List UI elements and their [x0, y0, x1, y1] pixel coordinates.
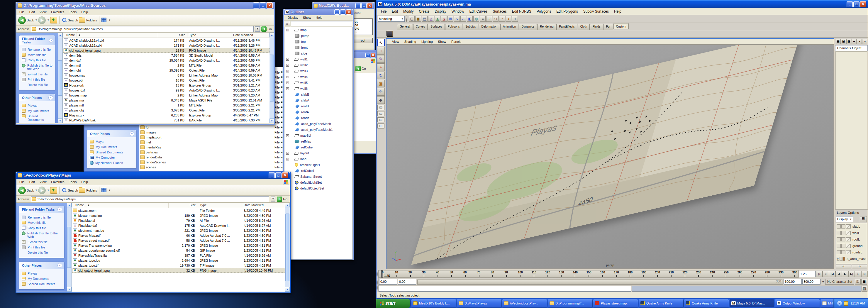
collapse-chevron-icon[interactable]: « — [58, 207, 62, 212]
tray-collapse-icon[interactable]: ‹ — [837, 301, 842, 306]
file-new-icon[interactable]: ▢ — [409, 16, 415, 22]
window-outliner[interactable]: M Outliner _ □ ✕ DisplayShowHelp ▸▸ map … — [283, 9, 354, 260]
panel-menu-item[interactable]: Shading — [402, 39, 419, 44]
table-row[interactable]: Playas Map.pdf 66 KB Adobe Acrobat 7.0 .… — [72, 233, 285, 238]
menu-item[interactable]: Create — [416, 8, 432, 14]
other-places-link[interactable]: Playas — [22, 271, 63, 276]
shelf-tab[interactable]: Fur — [603, 24, 613, 30]
folder-row[interactable]: scenes File Folder — [139, 164, 288, 170]
move-tool[interactable]: + — [377, 63, 385, 71]
playback-end-field[interactable] — [783, 279, 802, 284]
table-row[interactable]: playas-googlemap-zoom3.gif 54 KB GIF Ima… — [72, 248, 285, 253]
start-button[interactable]: start — [376, 299, 410, 308]
outliner-item[interactable]: land — [284, 156, 352, 162]
table-row[interactable]: ACAD-siteblock16x4.dxf 174 KB AutoCAD Dr… — [63, 38, 270, 43]
filter-input[interactable] — [290, 21, 352, 26]
snap-grid-icon[interactable]: ⊞ — [447, 16, 453, 22]
outliner-item[interactable]: acad_polyFaceMesh — [284, 121, 352, 127]
channel-layout-icon-b[interactable]: ☱ — [841, 39, 846, 44]
other-places-link[interactable]: My Documents — [22, 276, 63, 281]
menu-item[interactable]: View — [37, 9, 49, 15]
select-component-icon[interactable]: ◮ — [441, 16, 447, 22]
animation-end-field[interactable] — [802, 279, 820, 284]
clipped-dialog-button[interactable]: ool — [353, 38, 373, 43]
layout-split-pane-button[interactable] — [377, 117, 384, 122]
taskbar-task-button[interactable]: \\Vector\docs\Play... — [502, 300, 547, 307]
layer-color-swatch[interactable] — [846, 231, 851, 235]
column-header-name[interactable]: Name ▲ — [63, 33, 158, 37]
task-pane-scrollbar[interactable]: ▲ ▼ — [58, 33, 62, 123]
other-places-link[interactable]: Playas — [22, 103, 54, 108]
column-header-size[interactable]: Size — [158, 33, 187, 37]
layer-color-swatch[interactable] — [846, 244, 851, 248]
table-row[interactable]: ACAD-siteblock16x.dxf 171 KB AutoCAD Dra… — [63, 43, 270, 48]
folders-icon[interactable] — [79, 18, 85, 23]
snap-point-icon[interactable]: ∴ — [460, 16, 466, 22]
table-row[interactable]: dem.3ds 7,584 KB 3D Studio Model 4/14/20… — [63, 53, 270, 58]
lasso-select-tool[interactable]: ◌ — [377, 47, 385, 55]
layer-visibility-toggle[interactable]: V — [837, 257, 839, 261]
layer-color-swatch[interactable] — [842, 257, 845, 261]
outliner-item[interactable]: wall1 — [284, 56, 352, 62]
table-row[interactable]: PLAYAS-DEM.bak 751 KB BAK File 4/13/2005… — [63, 118, 270, 123]
search-icon[interactable] — [62, 188, 67, 193]
views-button[interactable] — [101, 188, 107, 193]
maximize-button[interactable]: □ — [260, 2, 266, 8]
outliner-item[interactable]: top — [284, 39, 352, 44]
column-header-type[interactable]: Type — [198, 203, 242, 208]
forward-dropdown-icon[interactable]: ▼ — [47, 189, 49, 191]
close-button[interactable]: ✕ — [282, 172, 288, 178]
go-button[interactable]: ➔Go — [261, 26, 273, 32]
folder-row[interactable]: mentalRay File Folder — [139, 145, 288, 150]
new-layer-icon[interactable]: ▦ — [860, 216, 867, 222]
layer-row[interactable]: wallL — [836, 230, 867, 236]
filter-icon[interactable]: ▸▸ — [285, 21, 290, 26]
file-task-link[interactable]: Print this file — [22, 245, 63, 250]
select-object-icon[interactable]: ◭ — [435, 16, 440, 22]
shelf-tab[interactable]: Rendering — [537, 24, 556, 30]
rotate-tool[interactable]: ↻ — [377, 71, 385, 79]
file-task-link[interactable]: Delete this file — [22, 250, 63, 255]
shelf-tab[interactable]: Surfaces — [428, 24, 444, 30]
address-dropdown-button[interactable]: ▼ — [255, 26, 260, 32]
playback-start-field[interactable] — [398, 279, 416, 284]
range-dropdown-icon[interactable]: ▼ — [822, 280, 825, 283]
go-button[interactable]: ➔Go — [277, 196, 288, 202]
folders-label[interactable]: Folders — [86, 19, 97, 22]
other-places-link[interactable]: My Documents — [22, 108, 54, 114]
other-places-link[interactable]: My Computer — [90, 155, 135, 160]
panel-menu-item[interactable]: Panels — [449, 39, 464, 44]
play-forward-button[interactable]: ▶ — [842, 271, 848, 277]
table-row[interactable]: house.map 8 KB Linker Address Map 3/30/2… — [63, 73, 270, 78]
collapse-chevron-icon[interactable]: « — [58, 263, 62, 268]
layer-row[interactable]: ground — [836, 243, 867, 249]
go-to-start-button[interactable]: |« — [816, 271, 823, 277]
shelf-tab[interactable]: Animation — [500, 24, 519, 30]
step-forward-frame-button[interactable]: » — [855, 271, 861, 277]
menu-item[interactable]: Help — [79, 9, 90, 15]
layout-single-pane-button[interactable] — [377, 105, 384, 110]
expand-icon[interactable] — [286, 58, 289, 61]
file-task-link[interactable]: Publish this file to the Web — [22, 230, 63, 239]
script-editor-icon[interactable]: ▤ — [862, 286, 867, 291]
forward-button[interactable]: ▶ — [38, 187, 46, 194]
title-bar[interactable]: M Outliner _ □ ✕ — [284, 9, 353, 15]
maximize-button[interactable]: □ — [853, 1, 860, 7]
layer-color-swatch[interactable] — [846, 250, 851, 254]
outliner-item[interactable]: defaultObjectSet — [284, 185, 352, 191]
range-drag-handle[interactable] — [376, 278, 379, 285]
outliner-item[interactable]: roofB — [284, 103, 352, 109]
table-row[interactable]: House.qrk 13 KB Explorer Group 3/31/2005… — [63, 83, 270, 88]
outliner-item[interactable]: persp — [284, 33, 352, 39]
expand-icon[interactable] — [286, 158, 289, 160]
views-button[interactable] — [101, 18, 107, 23]
column-header-date[interactable]: Date Modified — [242, 203, 285, 208]
layer-type-toggle[interactable] — [841, 231, 845, 235]
outliner-item[interactable]: slabA — [284, 97, 352, 103]
window-maya[interactable]: M Maya 5.0: D:\Maya\Playas\scenes\playas… — [376, 0, 868, 299]
layer-type-toggle[interactable] — [841, 250, 845, 254]
column-header-date[interactable]: Date Modified — [231, 33, 270, 37]
outliner-item[interactable]: slabB — [284, 92, 352, 97]
animation-prefs-icon[interactable]: ▣ — [861, 279, 867, 284]
folder-row[interactable]: mapExport File Folder — [139, 135, 288, 140]
